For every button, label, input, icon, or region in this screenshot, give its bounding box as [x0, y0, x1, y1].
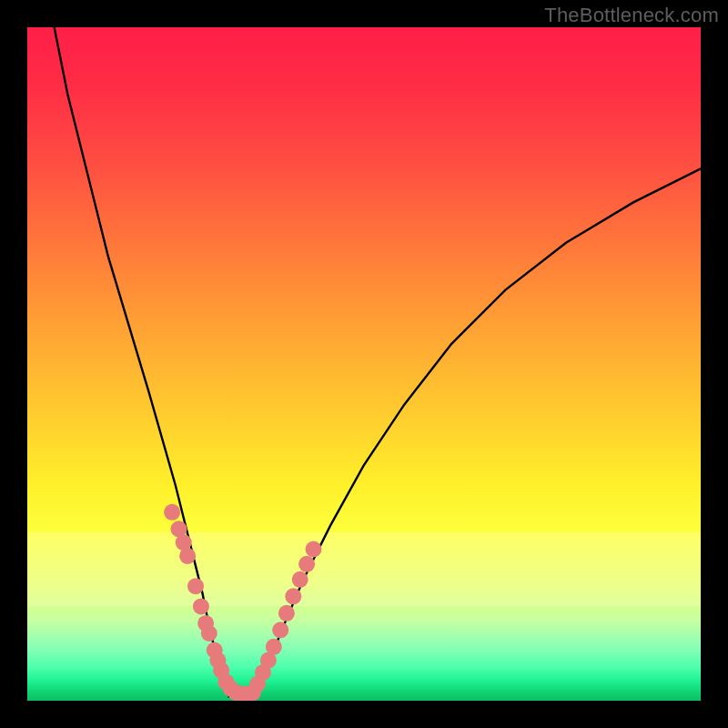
left-markers: [164, 504, 254, 701]
watermark-text: TheBottleneck.com: [544, 4, 719, 27]
svg-point-7: [201, 625, 217, 642]
svg-point-0: [164, 504, 180, 521]
right-curve: [249, 168, 701, 697]
plot-area: [27, 27, 701, 701]
svg-point-3: [179, 548, 196, 564]
svg-point-20: [266, 639, 282, 655]
svg-point-22: [278, 605, 295, 622]
svg-point-5: [193, 598, 209, 614]
outer-frame: TheBottleneck.com: [0, 0, 728, 728]
svg-point-4: [187, 578, 204, 594]
svg-point-26: [306, 541, 322, 558]
svg-point-25: [298, 556, 315, 572]
left-curve: [55, 27, 229, 697]
svg-point-24: [292, 571, 308, 588]
svg-point-23: [285, 588, 301, 604]
right-markers: [245, 541, 322, 702]
chart-svg: [27, 27, 701, 701]
svg-point-21: [272, 622, 288, 638]
